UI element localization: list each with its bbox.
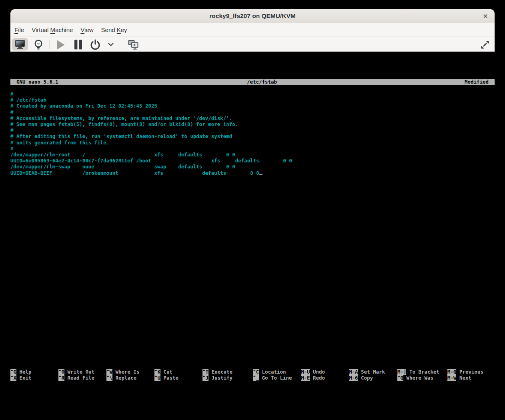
run-button[interactable] [56, 37, 66, 52]
menu-view[interactable]: View [80, 26, 93, 33]
text-cursor [259, 174, 263, 175]
shortcut-label: Where Was [403, 375, 433, 381]
shortcut-label: Exit [16, 375, 31, 381]
pause-icon [74, 40, 82, 50]
toolbar [10, 37, 495, 52]
shortcut-column: ^C Location^_ Go To Line [253, 369, 292, 381]
lightbulb-icon [34, 39, 43, 50]
shutdown-button[interactable] [90, 37, 101, 52]
toolbar-separator [49, 40, 50, 49]
shortcut-column: M-U UndoM-E Redo [301, 369, 325, 381]
shortcut-label: Help [16, 369, 31, 375]
shortcut-label: Paste [160, 375, 178, 381]
shortcut-label: Read File [64, 375, 94, 381]
menu-file[interactable]: File [14, 26, 24, 33]
shortcut-label: To Bracket [406, 369, 439, 375]
monitor-icon [14, 40, 26, 50]
fullscreen-icon [480, 40, 490, 50]
shortcut-key: ^G [10, 369, 16, 375]
shortcut-key: M-E [301, 375, 310, 381]
shortcut-key: ^X [10, 375, 16, 381]
shortcut-label: Previous [456, 369, 483, 375]
displays-icon [128, 40, 138, 50]
shortcut-key: M-A [349, 369, 358, 375]
shortcut-label: Write Out [64, 369, 94, 375]
shutdown-menu-button[interactable] [107, 37, 114, 52]
menu-send-key[interactable]: Send Key [101, 26, 127, 33]
shortcut-label: Copy [358, 375, 373, 381]
shortcut-column: ^W Where Is^\ Replace [106, 369, 139, 381]
chevron-down-icon [108, 43, 114, 46]
shortcut-column: M-A Set MarkM-6 Copy [349, 369, 385, 381]
shortcut-key: ^W [106, 369, 112, 375]
shortcut-column: M-Q PreviousM-W Next [447, 369, 483, 381]
shortcut-label: Where Is [112, 369, 139, 375]
shortcut-key: ^\ [106, 375, 112, 381]
shortcut-label: Replace [112, 375, 136, 381]
shortcut-key: ^R [58, 375, 64, 381]
play-icon [57, 40, 65, 50]
shortcut-label: Justify [208, 375, 232, 381]
shortcut-key: ^U [154, 375, 160, 381]
nano-modified-flag: Modified [465, 79, 489, 85]
shortcut-column: ^G Help^X Exit [10, 369, 31, 381]
toolbar-separator [121, 40, 121, 49]
shortcut-key: ^J [202, 375, 208, 381]
shortcut-label: Set Mark [358, 369, 385, 375]
shortcut-label: Go To Line [259, 375, 292, 381]
nano-filename: /etc/fstab [247, 79, 277, 85]
nano-buffer: # # /etc/fstab # Created by anaconda on … [10, 91, 292, 176]
shortcut-column: ^O Write Out^R Read File [58, 369, 94, 381]
shortcut-key: M-U [301, 369, 310, 375]
shortcut-key: M-6 [349, 375, 358, 381]
window-title: rocky9_lfs207 on QEMU/KVM [10, 9, 495, 23]
menu-virtual-machine[interactable]: Virtual Machine [32, 26, 73, 33]
shortcut-key: ^C [253, 369, 259, 375]
shortcut-label: Next [456, 375, 471, 381]
shortcut-key: M-] [397, 369, 406, 375]
shortcut-label: Cut [160, 369, 172, 375]
close-icon[interactable]: × [479, 9, 491, 23]
shortcut-label: Location [259, 369, 286, 375]
shortcut-column: M-] To Bracket^Q Where Was [397, 369, 439, 381]
shortcut-key: ^_ [253, 375, 259, 381]
shortcut-label: Undo [310, 369, 325, 375]
shortcut-key: ^O [58, 369, 64, 375]
shortcut-key: ^T [202, 369, 208, 375]
shortcut-column: ^K Cut^U Paste [154, 369, 178, 381]
shortcut-key: M-Q [447, 369, 456, 375]
virtual-displays-button[interactable] [128, 37, 138, 52]
fullscreen-button[interactable] [479, 37, 491, 52]
hardware-details-button[interactable] [34, 37, 43, 52]
shortcut-key: ^K [154, 369, 160, 375]
window-titlebar: rocky9_lfs207 on QEMU/KVM × [10, 9, 495, 23]
power-icon [90, 39, 100, 50]
shortcut-column: ^T Execute^J Justify [202, 369, 232, 381]
nano-version: GNU nano 5.6.1 [16, 79, 58, 85]
console-display-button[interactable] [12, 38, 28, 50]
shortcut-key: M-W [447, 375, 456, 381]
shortcut-label: Redo [310, 375, 325, 381]
vm-window: rocky9_lfs207 on QEMU/KVM × File Virtual… [10, 9, 495, 52]
shortcut-label: Execute [208, 369, 232, 375]
nano-titlebar: GNU nano 5.6.1 /etc/fstab Modified [10, 79, 495, 85]
pause-button[interactable] [73, 37, 83, 52]
shortcut-key: ^Q [397, 375, 403, 381]
menubar: File Virtual Machine View Send Key [10, 23, 495, 37]
